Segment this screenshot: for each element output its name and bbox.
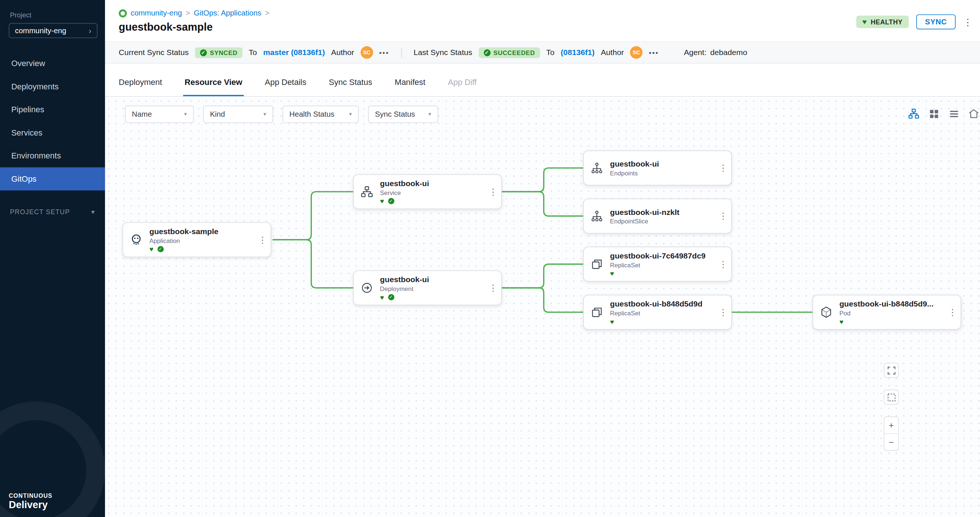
breadcrumb-project-link[interactable]: community-eng bbox=[130, 9, 182, 18]
tab-resource-view[interactable]: Resource View bbox=[185, 78, 242, 97]
sidebar-item-overview[interactable]: Overview bbox=[0, 52, 105, 75]
node-endpointslice[interactable]: guestbook-ui-nzklt EndpointSlice ⋮ bbox=[583, 199, 732, 234]
list-view-icon[interactable] bbox=[948, 108, 960, 120]
node-menu-button[interactable]: ⋮ bbox=[485, 187, 501, 197]
sidebar-item-gitops[interactable]: GitOps bbox=[0, 167, 105, 190]
grid-view-icon[interactable] bbox=[928, 108, 940, 120]
agent-label: Agent: bbox=[684, 48, 706, 57]
sidebar-item-deployments[interactable]: Deployments bbox=[0, 75, 105, 98]
last-sync-target-link[interactable]: (08136f1) bbox=[561, 48, 595, 57]
breadcrumb-applications-link[interactable]: GitOps: Applications bbox=[194, 9, 261, 18]
application-icon bbox=[123, 233, 149, 247]
name-filter-select[interactable]: Name ▾ bbox=[125, 106, 194, 123]
zoom-controls: + − bbox=[884, 417, 899, 451]
healthy-heart-icon: ♥ bbox=[610, 270, 614, 277]
agent-info: Agent: debademo bbox=[684, 48, 747, 57]
node-status: ♥ ✓ bbox=[380, 198, 485, 205]
project-setup-toggle[interactable]: PROJECT SETUP ▾ bbox=[0, 208, 105, 215]
zoom-in-button[interactable]: + bbox=[884, 417, 898, 433]
gitops-icon bbox=[119, 9, 127, 17]
tab-app-details[interactable]: App Details bbox=[265, 78, 306, 97]
node-title: guestbook-ui-7c64987dc9 bbox=[610, 252, 714, 260]
sync-status-filter-select[interactable]: Sync Status ▾ bbox=[368, 106, 438, 123]
endpointslice-icon bbox=[584, 210, 610, 222]
page-title: guestbook-sample bbox=[119, 21, 213, 33]
chevron-down-icon: ▾ bbox=[91, 208, 95, 215]
node-application[interactable]: guestbook-sample Application ♥ ✓ ⋮ bbox=[123, 222, 272, 257]
resource-graph-canvas[interactable]: Name ▾ Kind ▾ Health Status ▾ Sync Statu… bbox=[105, 97, 980, 517]
healthy-heart-icon: ♥ bbox=[380, 294, 384, 301]
node-deployment[interactable]: guestbook-ui Deployment ♥ ✓ ⋮ bbox=[353, 270, 502, 305]
kind-filter-select[interactable]: Kind ▾ bbox=[203, 106, 273, 123]
app-menu-button[interactable]: ⋮ bbox=[963, 17, 972, 26]
breadcrumb: community-eng > GitOps: Applications > bbox=[119, 9, 269, 18]
sidebar-item-pipelines[interactable]: Pipelines bbox=[0, 98, 105, 121]
sidebar-item-environments[interactable]: Environments bbox=[0, 144, 105, 168]
tab-deployment[interactable]: Deployment bbox=[119, 78, 162, 97]
sidebar-nav: Overview Deployments Pipelines Services … bbox=[0, 52, 105, 190]
fit-to-screen-button[interactable] bbox=[884, 363, 899, 378]
node-menu-button[interactable]: ⋮ bbox=[715, 211, 731, 221]
node-kind: Deployment bbox=[380, 285, 485, 292]
header-actions: ♥ HEALTHY SYNC ⋮ bbox=[856, 14, 973, 30]
tab-bar: Deployment Resource View App Details Syn… bbox=[105, 63, 980, 97]
node-service[interactable]: guestbook-ui Service ♥ ✓ ⋮ bbox=[353, 174, 502, 209]
node-kind: Pod bbox=[839, 309, 944, 317]
node-status: ♥ bbox=[839, 318, 944, 325]
node-replicaset-b848d5d9d[interactable]: guestbook-ui-b848d5d9d ReplicaSet ♥ ⋮ bbox=[583, 295, 732, 330]
healthy-heart-icon: ♥ bbox=[149, 246, 153, 252]
node-status: ♥ ✓ bbox=[149, 246, 254, 252]
node-kind: ReplicaSet bbox=[610, 309, 715, 317]
tab-app-diff[interactable]: App Diff bbox=[448, 78, 477, 97]
node-endpoints[interactable]: guestbook-ui Endpoints ⋮ bbox=[583, 150, 732, 186]
node-menu-button[interactable]: ⋮ bbox=[254, 235, 270, 245]
project-selector[interactable]: community-eng › bbox=[9, 23, 97, 38]
check-circle-icon: ✓ bbox=[200, 49, 207, 56]
chevron-down-icon: ▾ bbox=[349, 111, 352, 117]
divider bbox=[401, 47, 402, 58]
healthy-heart-icon: ♥ bbox=[610, 318, 614, 325]
replicaset-icon bbox=[584, 306, 610, 319]
current-sync-more-button[interactable]: ••• bbox=[379, 49, 389, 56]
sidebar: Project community-eng › Overview Deploym… bbox=[0, 0, 105, 517]
last-sync-more-button[interactable]: ••• bbox=[649, 49, 659, 56]
sidebar-item-services[interactable]: Services bbox=[0, 121, 105, 144]
app-window: Project community-eng › Overview Deploym… bbox=[0, 0, 980, 517]
node-kind: Application bbox=[149, 237, 254, 244]
group-view-icon[interactable] bbox=[967, 108, 980, 120]
view-mode-toolbar bbox=[908, 108, 980, 120]
health-status-badge: ♥ HEALTHY bbox=[856, 16, 909, 28]
node-menu-button[interactable]: ⋮ bbox=[715, 259, 731, 269]
node-menu-button[interactable]: ⋮ bbox=[715, 163, 731, 173]
node-menu-button[interactable]: ⋮ bbox=[715, 307, 731, 317]
node-status: ♥ ✓ bbox=[380, 294, 485, 301]
sync-button[interactable]: SYNC bbox=[916, 14, 956, 30]
health-status-filter-select[interactable]: Health Status ▾ bbox=[282, 106, 358, 123]
node-status: ♥ bbox=[610, 270, 715, 277]
to-label: To bbox=[546, 48, 554, 57]
node-menu-button[interactable]: ⋮ bbox=[485, 283, 501, 293]
node-pod[interactable]: guestbook-ui-b848d5d9... Pod ♥ ⋮ bbox=[813, 295, 961, 330]
tab-sync-status[interactable]: Sync Status bbox=[329, 78, 372, 97]
last-sync-label: Last Sync Status bbox=[414, 48, 472, 57]
healthy-heart-icon: ♥ bbox=[839, 318, 843, 325]
current-sync-label: Current Sync Status bbox=[119, 48, 188, 57]
node-menu-button[interactable]: ⋮ bbox=[945, 307, 961, 317]
succeeded-badge: ✓ SUCCEEDED bbox=[479, 47, 540, 58]
synced-badge: ✓ SYNCED bbox=[195, 47, 242, 58]
replicaset-icon bbox=[584, 258, 610, 270]
to-label: To bbox=[249, 48, 257, 57]
current-sync-target-link[interactable]: master (08136f1) bbox=[263, 48, 325, 57]
page-header: community-eng > GitOps: Applications > g… bbox=[105, 0, 980, 41]
agent-value: debademo bbox=[710, 48, 747, 57]
node-replicaset-7c64987dc9[interactable]: guestbook-ui-7c64987dc9 ReplicaSet ♥ ⋮ bbox=[583, 247, 732, 282]
zoom-out-button[interactable]: − bbox=[884, 434, 898, 450]
tree-view-icon[interactable] bbox=[908, 108, 920, 120]
tab-manifest[interactable]: Manifest bbox=[395, 78, 425, 97]
selection-tool-button[interactable] bbox=[884, 390, 899, 405]
endpoints-icon bbox=[584, 162, 610, 174]
synced-check-icon: ✓ bbox=[388, 294, 394, 300]
healthy-heart-icon: ♥ bbox=[380, 198, 384, 205]
node-kind: ReplicaSet bbox=[610, 262, 715, 268]
node-title: guestbook-ui-b848d5d9... bbox=[839, 300, 943, 308]
